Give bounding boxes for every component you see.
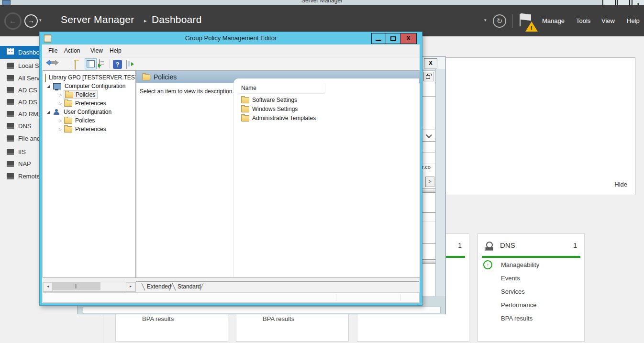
folder-icon [65, 92, 73, 98]
gpme-window: Group Policy Management Editor X File Ac… [39, 32, 422, 306]
column-divider[interactable] [325, 83, 325, 93]
gpo-scroll-icon [45, 74, 46, 82]
file-storage-icon [7, 135, 14, 142]
nap-icon [7, 161, 14, 167]
breadcrumb-separator-icon: ▸ [144, 18, 147, 24]
hide-welcome-button[interactable]: Hide [614, 181, 627, 188]
menu-manage[interactable]: Manage [542, 17, 565, 24]
folder-icon [64, 118, 72, 124]
gpme-close-button[interactable]: X [400, 33, 417, 44]
results-pane-hint: Select an item to view its description. [140, 88, 234, 95]
breadcrumb-root[interactable]: Server Manager [61, 14, 134, 25]
tree-node-policies-computer[interactable]: ▷ Policies [43, 90, 135, 99]
list-item-administrative-templates[interactable]: Administrative Templates [241, 114, 316, 122]
gpme-menubar: File Action View Help [42, 44, 420, 57]
expander-expanded-icon[interactable]: ◢ [47, 84, 52, 89]
dns-tile-status-bar [482, 256, 580, 258]
ad-rms-icon [7, 111, 14, 117]
gpme-menu-help[interactable]: Help [110, 47, 122, 54]
tile-item-bpa-results[interactable]: BPA results [142, 315, 174, 322]
gpme-menu-file[interactable]: File [48, 47, 57, 54]
remote-desktop-icon [7, 173, 14, 179]
gpm-next-button[interactable]: > [425, 177, 434, 187]
tile-item-bpa-results[interactable]: BPA results [263, 315, 294, 322]
dns-tile-icon [485, 242, 494, 251]
gpme-toolbar: ↑ ? [42, 57, 420, 71]
menu-tools[interactable]: Tools [576, 17, 590, 24]
tree-node-preferences-user[interactable]: ▷ Preferences [43, 125, 135, 133]
refresh-icon[interactable]: ↻ [493, 14, 506, 28]
toolbar-divider-2 [110, 59, 110, 68]
dns-item-events[interactable]: Events [501, 275, 520, 283]
gpm-console-close-button[interactable]: X [424, 58, 437, 68]
notifications-caret-icon[interactable]: ▾ [484, 18, 487, 22]
ad-ds-icon [7, 99, 14, 105]
tab-standard[interactable]: Standard [178, 283, 201, 290]
folder-icon [241, 97, 249, 103]
dns-item-services[interactable]: Services [501, 288, 525, 297]
toolbar-divider [71, 59, 71, 68]
dns-item-performance[interactable]: Performance [501, 301, 536, 310]
gpme-window-title: Group Policy Management Editor [40, 34, 422, 42]
folder-icon [241, 106, 249, 112]
expander-expanded-icon[interactable]: ◢ [47, 110, 52, 114]
gpme-statusbar [43, 292, 420, 303]
scroll-left-button[interactable]: ◂ [43, 282, 53, 291]
breadcrumb-current: Dashboard [152, 14, 202, 25]
gpme-menu-action[interactable]: Action [64, 47, 80, 54]
warning-exclamation-icon: ! [531, 25, 533, 32]
toolbar-console-window-icon[interactable] [126, 60, 127, 69]
results-pane-title: Policies [154, 73, 177, 81]
toolbar-export-list-icon[interactable] [99, 59, 100, 68]
folder-icon [142, 74, 150, 80]
dashboard-icon [7, 48, 14, 55]
expander-collapsed-icon[interactable]: ▷ [59, 101, 64, 106]
expander-collapsed-icon[interactable]: ▷ [59, 127, 64, 132]
toolbar-show-console-tree-icon[interactable] [85, 58, 97, 69]
column-underline [238, 93, 325, 94]
mdi-restore-button[interactable] [423, 72, 433, 81]
tab-extended[interactable]: Extended [147, 283, 171, 290]
expander-collapsed-icon[interactable]: ▷ [59, 119, 64, 123]
expander-collapsed-icon[interactable]: ▷ [59, 93, 64, 97]
column-header-name[interactable]: Name [241, 85, 256, 91]
list-item-windows-settings[interactable]: Windows Settings [241, 105, 298, 113]
menu-help[interactable]: Help [627, 17, 640, 24]
gpme-console-tree: Library GPO [TESTSERVER.TEST ◢ Computer … [43, 70, 136, 278]
gpme-titlebar[interactable]: Group Policy Management Editor X [40, 32, 422, 44]
menu-view[interactable]: View [601, 17, 615, 24]
list-item-software-settings[interactable]: Software Settings [241, 96, 297, 104]
scrollbar-thumb[interactable] [53, 282, 100, 290]
dns-nav-icon [7, 123, 14, 129]
dns-tile-count: 1 [573, 242, 577, 249]
gpm-listbox-2[interactable] [421, 212, 436, 244]
dns-item-manageability[interactable]: Manageability [501, 261, 539, 270]
toolbar-up-level-icon[interactable]: ↑ [75, 61, 76, 70]
server-manager-screen: Server Manager x ← → ▾ Server Manager ▸ … [0, 0, 644, 343]
toolbar-help-icon[interactable]: ? [113, 60, 122, 69]
nav-history-caret-icon[interactable]: ▾ [39, 18, 42, 22]
scroll-right-button[interactable]: ▸ [126, 282, 135, 291]
gpm-statusbar-inner [83, 307, 441, 313]
gpme-results-pane: Policies Name Software Settings Windows … [136, 70, 420, 278]
tree-node-computer-configuration[interactable]: ◢ Computer Configuration [43, 82, 135, 90]
tree-node-policies-user[interactable]: ▷ Policies [43, 116, 135, 125]
tree-node-preferences-computer[interactable]: ▷ Preferences [43, 99, 135, 108]
tree-root-gpo[interactable]: Library GPO [TESTSERVER.TEST [43, 73, 135, 82]
chevron-down-icon [426, 132, 432, 138]
forward-button[interactable]: → [24, 14, 38, 28]
gpm-right-margin [435, 69, 445, 297]
tree-node-user-configuration[interactable]: ◢ User Configuration [43, 108, 135, 116]
gpme-client-area: File Action View Help ↑ ? [42, 44, 420, 303]
os-window-title: Server Manager [0, 0, 644, 4]
gpme-minimize-button[interactable] [371, 33, 386, 44]
dns-item-bpa-results[interactable]: BPA results [501, 315, 533, 323]
back-button[interactable]: ← [4, 12, 22, 30]
notification-flag-body-icon[interactable] [521, 13, 531, 21]
gpme-menu-view[interactable]: View [90, 47, 103, 54]
dns-tile-title[interactable]: DNS [500, 241, 515, 249]
tree-horizontal-scrollbar[interactable]: ◂ ▸ [43, 282, 136, 292]
os-titlebar: Server Manager [0, 0, 644, 5]
gpme-maximize-button[interactable] [386, 33, 400, 44]
selected-node-highlight: Policies [64, 90, 98, 99]
